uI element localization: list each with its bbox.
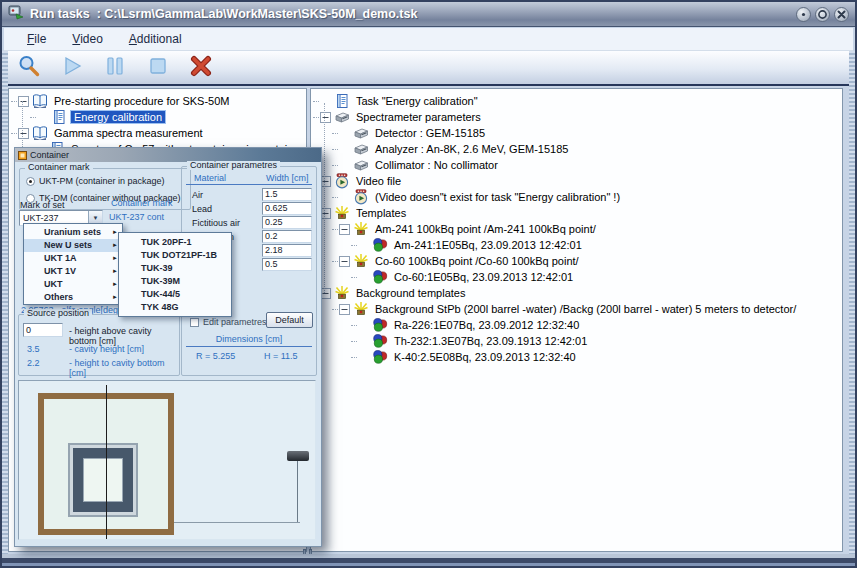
tree-item[interactable]: Gamma spectra measurement xyxy=(9,125,306,141)
width-field[interactable]: 0.5 xyxy=(262,258,312,271)
window-edge-right xyxy=(849,51,855,554)
stop-button[interactable] xyxy=(145,55,171,81)
tree-item-label: Background StPb (200l barrel -water) /Ba… xyxy=(372,302,799,316)
group-label: Container mark xyxy=(25,163,93,172)
expand-box[interactable] xyxy=(338,224,350,235)
height-value: H = 11.5 xyxy=(264,351,298,361)
tree-item[interactable]: Task "Energy calibration" xyxy=(311,93,842,109)
tree-item[interactable]: Video file xyxy=(311,173,842,189)
tree-item[interactable]: Ra-226:1E07Bq, 23.09.2012 12:32:40 xyxy=(311,317,842,333)
tree-item[interactable]: Collimator : No collimator xyxy=(311,157,842,173)
cancel-button[interactable] xyxy=(188,55,214,81)
tree-item[interactable]: K-40:2.5E08Bq, 23.09.2013 12:32:40 xyxy=(311,349,842,365)
device-icon xyxy=(333,109,350,125)
tree-spacer xyxy=(357,272,369,283)
menu-item[interactable]: Uranium sets► xyxy=(24,226,122,239)
tree-item[interactable]: Energy calibration xyxy=(9,109,306,125)
menu-file[interactable]: File xyxy=(14,30,59,48)
submenu-item-label: TUK 20PF-1 xyxy=(141,237,192,247)
stop-icon xyxy=(147,55,169,81)
tree-item[interactable]: Detector : GEM-15185 xyxy=(311,125,842,141)
cancel-x-icon xyxy=(189,54,213,82)
close-button[interactable] xyxy=(834,7,849,22)
radio-ukt-pm[interactable]: UKT-PM (container in package) xyxy=(26,176,165,186)
width-field[interactable]: 0.625 xyxy=(262,202,312,215)
menu-additional[interactable]: Additional xyxy=(116,30,195,48)
tree-spacer xyxy=(319,96,331,107)
expand-box[interactable] xyxy=(17,128,29,139)
expand-box[interactable] xyxy=(338,304,350,315)
submenu-item[interactable]: TUK DOT21PF-1B xyxy=(119,249,231,262)
header-underline xyxy=(186,184,312,185)
tree-item[interactable]: Spectrameter parameters xyxy=(311,109,842,125)
width-field[interactable]: 0.2 xyxy=(262,230,312,243)
expand-box[interactable] xyxy=(319,112,331,123)
container-type-menu: Uranium sets►New U sets►UKT 1A►UKT 1V►UK… xyxy=(23,223,123,305)
width-value: 0.2 xyxy=(265,231,278,241)
tree-item[interactable]: Co-60 100kBq point /Co-60 100kBq point/ xyxy=(311,253,842,269)
tree-item-label: Energy calibration xyxy=(70,110,166,124)
tree-item[interactable]: Pre-starting procedure for SKS-50M xyxy=(9,93,306,109)
submenu-item[interactable]: TUK-39 xyxy=(119,262,231,275)
menu-item[interactable]: UKT 1A► xyxy=(24,252,122,265)
tree-item-label: Co-60:1E05Bq, 23.09.2013 12:42:01 xyxy=(391,270,576,284)
tree-item[interactable]: Th-232:1.3E07Bq, 23.09.1913 12:42:01 xyxy=(311,333,842,349)
expand-box[interactable] xyxy=(338,256,350,267)
tree-item[interactable]: Background StPb (200l barrel -water) /Ba… xyxy=(311,301,842,317)
tree-spacer xyxy=(338,192,350,203)
maximize-button[interactable] xyxy=(815,7,830,22)
tree-spacer xyxy=(357,320,369,331)
width-field[interactable]: 2.18 xyxy=(262,244,312,257)
container-mark-value: UKT-237 cont xyxy=(109,212,164,222)
pause-button[interactable] xyxy=(102,55,128,81)
tree-connector-line xyxy=(22,101,23,147)
tree-item[interactable]: Background templates xyxy=(311,285,842,301)
tree-item[interactable]: Templates xyxy=(311,205,842,221)
height-above-field[interactable]: 0 xyxy=(23,323,63,337)
tree-item[interactable]: Co-60:1E05Bq, 23.09.2013 12:42:01 xyxy=(311,269,842,285)
menu-item[interactable]: New U sets► xyxy=(24,239,122,252)
group-label: Source position xyxy=(24,309,92,318)
submenu-item[interactable]: TUK 20PF-1 xyxy=(119,236,231,249)
device-icon xyxy=(352,157,369,173)
width-field[interactable]: 0.25 xyxy=(262,216,312,229)
tree-item[interactable]: Am-241:1E05Bq, 23.09.2013 12:42:01 xyxy=(311,237,842,253)
menu-item[interactable]: Others► xyxy=(24,291,122,304)
submenu-item[interactable]: TYK 48G xyxy=(119,301,231,314)
submenu-item[interactable]: TUK-39M xyxy=(119,275,231,288)
nuclide-icon xyxy=(371,349,388,365)
play-icon xyxy=(61,55,83,81)
expand-box[interactable] xyxy=(17,96,29,107)
minimize-button[interactable] xyxy=(796,7,811,22)
width-value: 0.625 xyxy=(265,203,288,213)
tree-item-label: Task "Energy calibration" xyxy=(353,94,481,108)
tree-item[interactable]: Analyzer : An-8K, 2.6 MeV, GEM-15185 xyxy=(311,141,842,157)
title-bar[interactable]: Run tasks : C:\Lsrm\GammaLab\WorkMaster\… xyxy=(2,2,855,27)
dimensions-label: Dimensions [cm] xyxy=(182,334,316,344)
tree-spacer xyxy=(36,112,48,123)
right-panel: Task "Energy calibration"Spectrameter pa… xyxy=(310,88,843,552)
search-button[interactable] xyxy=(16,55,42,81)
container-subtype-menu: TUK 20PF-1TUK DOT21PF-1BTUK-39TUK-39MTUK… xyxy=(118,232,232,317)
width-value: 0.25 xyxy=(265,217,283,227)
document-icon xyxy=(333,93,350,109)
submenu-item-label: TYK 48G xyxy=(141,302,179,312)
submenu-item-label: TUK-44/5 xyxy=(141,289,180,299)
menu-video[interactable]: Video xyxy=(59,30,115,48)
width-field[interactable]: 1.5 xyxy=(262,188,312,201)
source-position-group: Source position 0 - height above cavity … xyxy=(18,314,180,376)
menu-item[interactable]: UKT► xyxy=(24,278,122,291)
tree-item[interactable]: (Video doesn"t exist for task "Energy ca… xyxy=(311,189,842,205)
menu-item[interactable]: UKT 1V► xyxy=(24,265,122,278)
submenu-item[interactable]: TUK-44/5 xyxy=(119,288,231,301)
submenu-item-label: TUK DOT21PF-1B xyxy=(141,250,217,260)
nuclide-icon xyxy=(371,317,388,333)
material-label: Air xyxy=(192,190,203,200)
edit-parametres-checkbox[interactable]: Edit parametres xyxy=(190,317,267,327)
tree-item[interactable]: Am-241 100kBq point /Am-241 100kBq point… xyxy=(311,221,842,237)
detector-stand-line xyxy=(297,461,298,523)
nuclide-icon xyxy=(371,269,388,285)
play-button[interactable] xyxy=(59,55,85,81)
default-button[interactable]: Default xyxy=(266,312,313,328)
tree-item-label: Am-241:1E05Bq, 23.09.2013 12:42:01 xyxy=(391,238,585,252)
